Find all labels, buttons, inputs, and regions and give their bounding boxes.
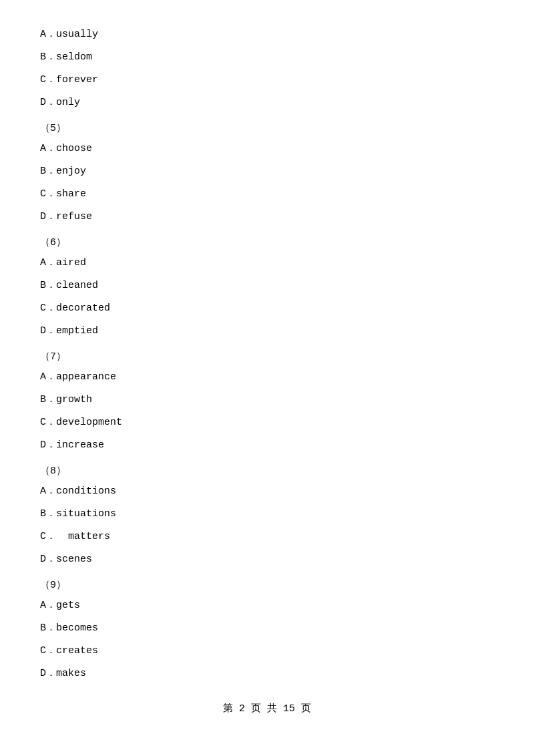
- option-text: only: [56, 97, 80, 108]
- option-text: appearance: [56, 371, 116, 383]
- question-block-8: （8） A．conditions B．situations C． matters…: [40, 464, 494, 568]
- option-label: A．: [40, 486, 56, 497]
- option-text: growth: [56, 394, 92, 405]
- question-number-9: （9）: [40, 578, 494, 591]
- option-5c: C．share: [40, 186, 494, 202]
- option-7a: A．appearance: [40, 369, 494, 385]
- question-block-9: （9） A．gets B．becomes C．creates D．makes: [40, 578, 494, 682]
- question-block-7: （7） A．appearance B．growth C．development …: [40, 350, 494, 453]
- option-8a: A．conditions: [40, 484, 494, 500]
- option-8d: D．scenes: [40, 552, 494, 568]
- option-d: D．only: [40, 95, 494, 111]
- option-text: development: [56, 417, 122, 428]
- option-text: usually: [56, 29, 98, 40]
- option-label: A．: [40, 600, 56, 611]
- option-9c: C．creates: [40, 643, 494, 659]
- option-label: C．: [40, 531, 68, 542]
- option-a: A．usually: [40, 27, 494, 43]
- question-block-5: （5） A．choose B．enjoy C．share D．refuse: [40, 122, 494, 225]
- option-label: D．: [40, 97, 56, 108]
- option-6d: D．emptied: [40, 323, 494, 339]
- option-text: makes: [56, 668, 86, 679]
- option-text: cleaned: [56, 280, 98, 291]
- option-6c: C．decorated: [40, 301, 494, 317]
- option-text: increase: [56, 439, 104, 451]
- option-label: D．: [40, 668, 56, 679]
- question-number-8: （8）: [40, 464, 494, 477]
- option-8c: C． matters: [40, 529, 494, 545]
- question-number-7: （7）: [40, 350, 494, 363]
- footer-text: 第 2 页 共 15 页: [223, 703, 311, 715]
- option-text: creates: [56, 645, 98, 656]
- option-label: B．: [40, 280, 56, 291]
- option-label: B．: [40, 51, 56, 63]
- option-label: B．: [40, 508, 56, 520]
- question-number-6: （6）: [40, 236, 494, 248]
- option-label: C．: [40, 188, 56, 200]
- option-text: share: [56, 188, 86, 200]
- option-label: D．: [40, 211, 56, 222]
- option-label: A．: [40, 257, 56, 268]
- option-label: C．: [40, 303, 56, 314]
- question-block-6: （6） A．aired B．cleaned C．decorated D．empt…: [40, 236, 494, 339]
- option-text: decorated: [56, 303, 110, 314]
- option-5b: B．enjoy: [40, 164, 494, 180]
- option-label: C．: [40, 417, 56, 428]
- option-label: A．: [40, 371, 56, 383]
- option-text: emptied: [56, 325, 98, 337]
- option-9d: D．makes: [40, 666, 494, 682]
- option-text: seldom: [56, 51, 92, 63]
- option-7c: C．development: [40, 415, 494, 431]
- page-footer: 第 2 页 共 15 页: [40, 702, 494, 715]
- option-b: B．seldom: [40, 49, 494, 65]
- question-number-5: （5）: [40, 122, 494, 134]
- option-6a: A．aired: [40, 255, 494, 271]
- option-c: C．forever: [40, 72, 494, 88]
- option-5d: D．refuse: [40, 209, 494, 225]
- option-5a: A．choose: [40, 141, 494, 157]
- option-label: D．: [40, 439, 56, 451]
- option-6b: B．cleaned: [40, 278, 494, 294]
- option-text: conditions: [56, 486, 116, 497]
- option-label: D．: [40, 325, 56, 337]
- option-text: choose: [56, 143, 92, 154]
- option-9b: B．becomes: [40, 620, 494, 636]
- option-text: scenes: [56, 554, 92, 565]
- option-text: matters: [68, 531, 110, 542]
- option-7d: D．increase: [40, 437, 494, 453]
- page-content: A．usually B．seldom C．forever D．only （5） …: [40, 27, 494, 715]
- option-text: gets: [56, 600, 80, 611]
- option-text: refuse: [56, 211, 92, 222]
- option-label: D．: [40, 554, 56, 565]
- option-text: enjoy: [56, 166, 86, 177]
- option-text: becomes: [56, 622, 98, 634]
- option-text: situations: [56, 508, 116, 520]
- option-label: C．: [40, 645, 56, 656]
- question-block-1: A．usually B．seldom C．forever D．only: [40, 27, 494, 111]
- option-label: B．: [40, 394, 56, 405]
- option-label: B．: [40, 166, 56, 177]
- option-label: B．: [40, 622, 56, 634]
- option-9a: A．gets: [40, 598, 494, 614]
- option-text: aired: [56, 257, 86, 268]
- option-label: C．: [40, 74, 56, 85]
- option-8b: B．situations: [40, 506, 494, 522]
- option-text: forever: [56, 74, 98, 85]
- option-label: A．: [40, 29, 56, 40]
- option-7b: B．growth: [40, 392, 494, 408]
- option-label: A．: [40, 143, 56, 154]
